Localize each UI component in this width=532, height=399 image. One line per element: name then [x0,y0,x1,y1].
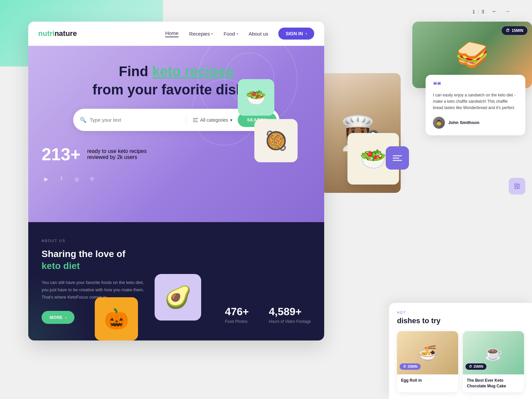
prev-page-button[interactable]: ← [489,7,499,16]
about-keto-highlight: keto diet [42,261,80,271]
author-name: John Smithson [448,120,479,125]
about-label: ABOUT US [42,239,155,243]
logo-nutri: nutri [38,29,55,38]
pagination-nav[interactable]: ← → [489,7,512,16]
more-arrow-icon: › [65,315,66,320]
stat1-number: 476+ [225,306,249,318]
clock-icon-1: ⏱ [403,365,406,368]
search-input[interactable] [90,117,182,123]
blog-card-1-title: Egg Roll in [401,378,454,383]
pumpkin-card: 🎃 [95,297,138,340]
nav-home[interactable]: Home [165,30,179,37]
stat2-number: 4,589+ [269,306,311,318]
stats-number: 213+ [42,144,80,164]
blog-card-1-content: Egg Roll in [397,374,458,387]
stats-description: ready to use keto recipes reviewed by 2k… [87,148,147,160]
search-icon: 🔍 [80,117,86,123]
logo: nutrinature [38,29,77,38]
about-section: ABOUT US Sharing the love of keto diet Y… [28,222,324,340]
page-total: 3 [481,9,484,14]
page-current: 1 [472,9,475,14]
stat-food-photos: 476+ Food Photos [225,306,249,324]
stat-video-footage: 4,589+ Hours of Video Footage [269,306,311,324]
page-numbers: 1 | 3 [472,9,484,14]
hero-heading-line2: from your favorite dishes [92,82,260,97]
categories-chevron-icon: ▾ [230,117,232,123]
facebook-icon[interactable]: f [57,174,66,184]
blog-card-2[interactable]: ☕ ⏱ 25MIN The Best Ever Keto Chocolate M… [463,331,524,392]
food-float-salad: 🥗 [238,79,274,116]
stats-desc-line1: ready to use keto recipes [87,148,147,154]
instagram-icon[interactable]: ◎ [72,174,81,184]
nav-food[interactable]: Food ▾ [223,31,238,37]
youtube-icon[interactable]: ▶ [42,174,51,184]
filter-icon-card[interactable] [386,146,409,170]
blog-section: HOT dishes to try 🍜 ⏱ 25MIN Egg Roll in … [389,303,532,399]
testimonial-text: I can easily enjoy a sandwich on the ket… [433,92,518,111]
nav-recipes[interactable]: Recepies ▾ [189,31,213,37]
clock-icon-2: ⏱ [469,365,472,368]
stat2-label: Hours of Video Footage [269,319,311,324]
nav-links: Home Recepies ▾ Food ▾ About us [165,30,268,37]
stats-desc-line2: reviewed by 2k users [87,154,147,160]
filter-lines-icon [393,155,402,161]
blog-card-2-content: The Best Ever Keto Chocolate Mug Cake [463,374,524,392]
quote-icon: ❝❝ [433,81,518,89]
hero-section: Find keto recipes from your favorite dis… [28,46,324,222]
hero-heading-highlight: keto recipes [152,64,234,79]
testimonial-author: 👨 John Smithson [433,117,518,129]
main-website-card: nutrinature Home Recepies ▾ Food ▾ About… [28,22,324,340]
clock-icon: ⏱ [506,28,510,33]
author-avatar: 👨 [433,117,445,129]
page-separator: | [478,9,479,14]
blog-card-1-badge: ⏱ 25MIN [400,363,421,370]
stat1-label: Food Photos [225,319,249,324]
time-badge: ⏱ 15MIN [502,26,527,35]
categories-label: All categories [200,117,228,123]
blog-label: HOT [397,311,524,315]
social-icons: ▶ f ◎ ℗ [42,174,311,184]
blog-cards-row: 🍜 ⏱ 25MIN Egg Roll in ☕ ⏱ 25MIN The Best… [397,331,524,392]
food-burger-emoji: 🥪 [456,39,489,70]
sliders-icon [513,183,521,190]
blog-card-2-badge: ⏱ 25MIN [466,363,486,370]
right-side-area: 🥪 ⏱ 15MIN ❝❝ I can easily enjoy a sandwi… [399,22,532,135]
pinterest-icon[interactable]: ℗ [87,174,97,184]
more-button[interactable]: MORE › [42,311,74,324]
svg-point-5 [516,188,517,189]
about-title: Sharing the love of keto diet [42,248,155,272]
next-page-button[interactable]: → [502,7,512,16]
about-stats: 476+ Food Photos 4,589+ Hours of Video F… [225,306,311,324]
filter-lines-icon [193,118,198,122]
signin-button[interactable]: SIGN IN › [278,28,314,40]
search-divider [186,115,186,125]
blog-section-title: dishes to try [397,317,524,325]
nav-about[interactable]: About us [249,31,268,37]
svg-point-3 [518,186,519,187]
food-float-bowl: 🥘 [254,119,298,162]
avocado-card: 🥑 [155,274,201,321]
hero-heading-line1: Find [119,64,152,79]
logo-nature: nature [55,29,77,38]
categories-dropdown[interactable]: All categories ▾ [190,117,235,123]
about-title-line1: Sharing the love of [42,249,125,259]
signin-arrow-icon: › [306,31,307,36]
navbar: nutrinature Home Recepies ▾ Food ▾ About… [28,22,324,46]
svg-point-1 [515,184,517,185]
pagination-bar: 1 | 3 ← → [472,7,512,16]
testimonial-card: ❝❝ I can easily enjoy a sandwich on the … [426,75,525,135]
blog-card-1[interactable]: 🍜 ⏱ 25MIN Egg Roll in [397,331,458,392]
filter-button[interactable] [509,178,525,195]
time-value: 15MIN [512,28,523,33]
blog-card-2-title: The Best Ever Keto Chocolate Mug Cake [467,378,520,389]
